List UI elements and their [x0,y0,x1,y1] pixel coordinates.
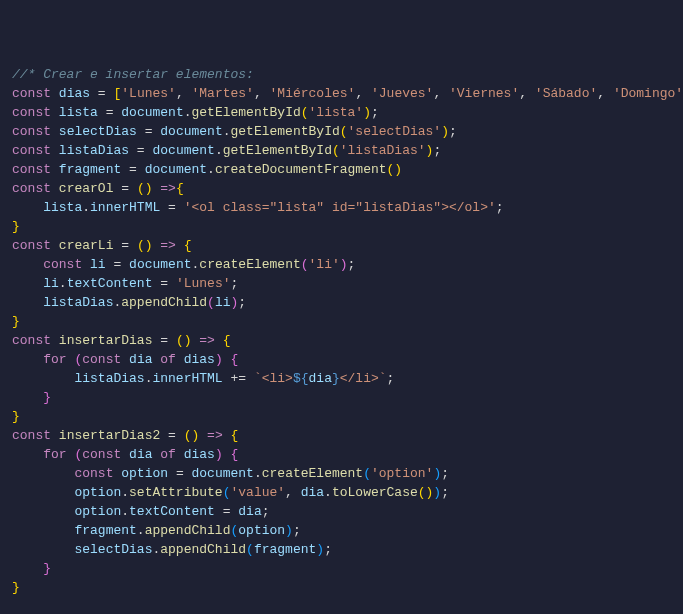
code-token: ( [301,105,309,120]
code-token: `<li> [254,371,293,386]
code-token [51,86,59,101]
code-token: createDocumentFragment [215,162,387,177]
code-token: listaDias [59,143,129,158]
code-token: const [12,143,51,158]
code-token: , [176,86,192,101]
code-token: dias [184,352,215,367]
code-token [168,333,176,348]
code-token: 'Miércoles' [270,86,356,101]
code-token: toLowerCase [332,485,418,500]
code-token: = [176,466,184,481]
code-token: { [184,238,192,253]
code-token: const [12,238,51,253]
code-token [199,428,207,443]
code-token: , [597,86,613,101]
code-token: of [160,352,176,367]
code-token: } [12,409,20,424]
code-line: fragment.appendChild(option); [12,521,671,540]
code-token: . [121,504,129,519]
code-token: } [43,561,51,576]
code-line: } [12,578,671,597]
code-token: //* Crear e insertar elementos: [12,67,254,82]
code-token: . [254,466,262,481]
code-token [98,105,106,120]
code-token: dia [238,504,261,519]
code-line: const li = document.createElement('li'); [12,255,671,274]
code-token: 'lista' [309,105,364,120]
code-token: = [168,428,176,443]
code-token: 'Viernes' [449,86,519,101]
code-token: ; [238,295,246,310]
code-token [176,352,184,367]
code-token [137,162,145,177]
code-editor[interactable]: //* Crear e insertar elementos:const dia… [12,65,671,597]
code-token: dia [301,485,324,500]
code-token: const [12,124,51,139]
code-token: = [129,162,137,177]
code-token: = [137,143,145,158]
code-token: createElement [199,257,300,272]
code-token: for [43,352,66,367]
code-token: } [43,390,51,405]
code-token: , [433,86,449,101]
code-line: selectDias.appendChild(fragment); [12,540,671,559]
code-token: = [223,504,231,519]
code-token [121,257,129,272]
code-token [215,333,223,348]
code-token: ) [441,124,449,139]
code-token: lista [59,105,98,120]
code-token: += [230,371,246,386]
code-line: } [12,312,671,331]
code-token: => [199,333,215,348]
code-token: ; [348,257,356,272]
code-token: . [121,485,129,500]
code-line: const option = document.createElement('o… [12,464,671,483]
code-token: { [231,428,239,443]
code-token: option [74,504,121,519]
code-token: ( [246,542,254,557]
code-token: ; [231,276,239,291]
code-token [121,162,129,177]
code-token: ) [433,485,441,500]
code-token [184,466,192,481]
code-token: = [98,86,106,101]
code-token: ( [301,257,309,272]
code-token: ( [332,143,340,158]
code-token: const [12,86,51,101]
code-token [121,352,129,367]
code-token: { [176,181,184,196]
code-token: appendChild [145,523,231,538]
code-token: crearLi [59,238,114,253]
code-line: const dias = ['Lunes', 'Martes', 'Miérco… [12,84,671,103]
code-token: 'selectDias' [348,124,442,139]
code-token: const [12,428,51,443]
code-token: dias [59,86,90,101]
code-token [137,124,145,139]
code-token: dia [129,352,152,367]
code-line: for (const dia of dias) { [12,350,671,369]
code-token: . [184,105,192,120]
code-token: dias [184,447,215,462]
code-token [51,124,59,139]
code-token: 'Lunes' [176,276,231,291]
code-token: ) [316,542,324,557]
code-token: } [12,580,20,595]
code-line: const insertarDias = () => { [12,331,671,350]
code-token [160,428,168,443]
code-token: appendChild [160,542,246,557]
code-token: = [168,200,176,215]
code-token: lista [43,200,82,215]
code-token: . [207,162,215,177]
code-token: insertarDias [59,333,153,348]
code-token: getElementById [231,124,340,139]
code-token [121,447,129,462]
code-token: ; [324,542,332,557]
code-token: () [387,162,403,177]
code-token: 'li' [309,257,340,272]
code-token: { [231,352,239,367]
code-token: () [137,238,153,253]
code-token: '<ol class="lista" id="listaDias"></ol>' [184,200,496,215]
code-token: crearOl [59,181,114,196]
code-token: const [12,333,51,348]
code-token: innerHTML [152,371,222,386]
